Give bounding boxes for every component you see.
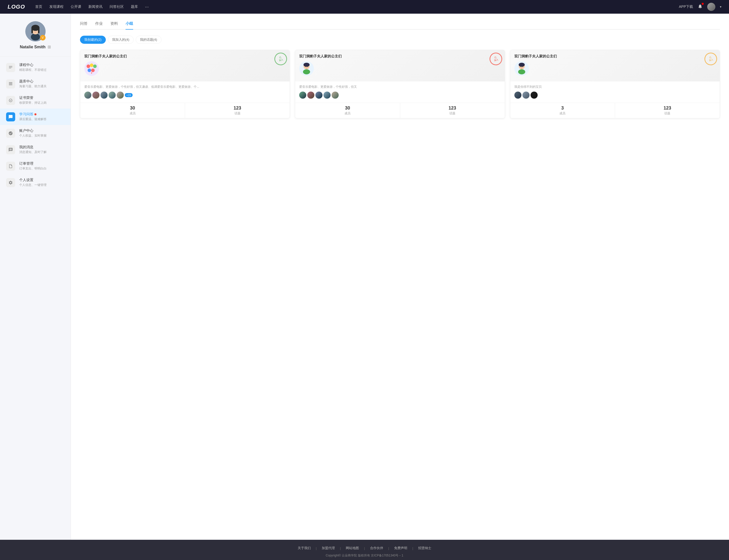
group-stats-2: 30 成员 123 话题 [295,103,505,118]
svg-text:♥: ♥ [91,72,92,74]
group-stat-members-2: 30 成员 [295,103,400,118]
nav-qa[interactable]: 问答社区 [110,5,124,9]
nav-home[interactable]: 首页 [35,5,42,9]
tab-materials[interactable]: 资料 [110,21,118,29]
group-avatar-svg-2 [299,61,314,76]
tab-homework[interactable]: 作业 [95,21,103,29]
study-qa-sub: 课后重温、疑难解答 [19,117,65,121]
svg-point-6 [34,30,34,31]
settings-icon [6,178,15,187]
user-avatar-nav[interactable] [707,3,715,11]
qa-notification-dot [34,113,36,115]
group-desc-2: 爱音乐爱电影、更爱旅游，个性好强，但又 [299,84,501,89]
account-title: 账户中心 [19,128,65,133]
tab-groups[interactable]: 小组 [125,21,133,29]
logo[interactable]: LOGO [8,4,25,10]
sub-tab-bar: 我创建的(2) 我加入的(4) 我的话题(4) [80,36,720,44]
footer-about[interactable]: 关于我们 [292,546,316,550]
group-avatar-3 [514,61,529,76]
settings-sub: 个人信息、一键管理 [19,183,65,187]
message-sub: 消息通知、及时了解 [19,150,65,154]
members-count-3: 3 [510,105,615,111]
nav-more[interactable]: ··· [145,4,149,10]
group-stat-topics-3: 123 话题 [615,103,720,118]
order-title: 订单管理 [19,161,65,166]
group-card-2-stamp: 已加入 [488,51,504,67]
group-card-3-title: 双门洞豹子夫人家的公主们 [514,54,716,59]
notification-bell[interactable] [698,4,703,10]
sub-tab-joined[interactable]: 我加入的(4) [108,36,134,44]
group-card-3-header: 双门洞豹子夫人家的公主们 已加入 [510,50,720,81]
message-icon [6,145,15,154]
sub-tab-topics[interactable]: 我的话题(4) [136,36,161,44]
nav-questions[interactable]: 题库 [131,5,138,9]
sidebar-item-course-center[interactable]: 课程中心 精彩课程、不容错过 [0,59,71,76]
sidebar-item-study-qa[interactable]: 学习问答 课后重温、疑难解答 [0,109,71,125]
sidebar-item-message[interactable]: 我的消息 消息通知、及时了解 [0,141,71,158]
app-download[interactable]: APP下载 [679,5,693,9]
group-stat-members-1: 30 成员 [80,103,185,118]
sidebar-item-certificate[interactable]: 证书荣誉 收获荣誉、持证上岗 [0,92,71,109]
order-icon [6,162,15,171]
qr-icon[interactable]: ⊞ [48,45,51,49]
group-members-3 [514,92,716,99]
footer-sitemap[interactable]: 网站地图 [341,546,364,550]
svg-point-27 [307,66,308,67]
footer-franchise[interactable]: 加盟代理 [317,546,340,550]
nav-open-course[interactable]: 公开课 [71,5,81,9]
footer-recruit[interactable]: 招贤纳士 [413,546,437,550]
groups-grid: 双门洞豹子夫人家的公主们 已加入 [80,50,720,118]
group-avatar-svg-1: ♥ [84,61,99,76]
group-avatar-svg-3 [514,61,529,76]
member-avatar [323,92,330,99]
sidebar-item-question-bank[interactable]: 题库中心 海量习题、助力通关 [0,76,71,92]
footer-free[interactable]: 免费声明 [389,546,412,550]
footer-links: 关于我们 | 加盟代理 | 网站地图 | 合作伙伴 | 免费声明 | 招贤纳士 [0,546,729,550]
order-text: 订单管理 订单支出、明明白白 [19,161,65,171]
question-bank-icon [6,79,15,89]
vip-icon: V [41,36,44,39]
topics-label-2: 话题 [449,112,455,115]
sub-tab-created[interactable]: 我创建的(2) [80,36,106,44]
topics-count-3: 123 [615,105,720,111]
members-count-1: 30 [80,105,185,111]
svg-rect-9 [9,67,12,67]
members-count-2: 30 [295,105,400,111]
course-center-icon [6,63,15,72]
member-avatar [92,92,99,99]
group-card-1-title: 双门洞豹子夫人家的公主们 [84,54,285,59]
account-chevron[interactable]: ▾ [720,5,721,9]
tab-bar: 问答 作业 资料 小组 [80,21,720,30]
group-avatar-1: ♥ [84,61,99,76]
question-bank-sub: 海量习题、助力通关 [19,84,65,89]
order-sub: 订单支出、明明白白 [19,166,65,171]
nav-news[interactable]: 新闻资讯 [88,5,102,9]
member-avatar [531,92,538,99]
sidebar-item-settings[interactable]: 个人设置 个人信息、一键管理 [0,174,71,191]
study-qa-icon [6,112,15,121]
tab-qa[interactable]: 问答 [80,21,88,29]
message-text: 我的消息 消息通知、及时了解 [19,145,65,154]
svg-point-16 [87,64,90,68]
member-avatar [514,92,522,99]
account-icon [6,129,15,138]
sidebar-item-order[interactable]: 订单管理 订单支出、明明白白 [0,158,71,174]
svg-point-25 [303,69,310,74]
group-card-2-body: 爱音乐爱电影、更爱旅游，个性好强，但又 [295,81,505,103]
settings-text: 个人设置 个人信息、一键管理 [19,178,65,187]
topics-count-1: 123 [185,105,289,111]
svg-point-7 [36,30,37,31]
group-stat-members-3: 3 成员 [510,103,615,118]
certificate-text: 证书荣誉 收获荣誉、持证上岗 [19,96,65,105]
svg-point-1 [31,33,40,40]
nav-discover[interactable]: 发现课程 [49,5,64,9]
footer-partners[interactable]: 合作伙伴 [365,546,388,550]
member-avatar [307,92,314,99]
profile-name-row: Natalie Smith ⊞ [5,45,66,49]
sidebar-item-account[interactable]: 账户中心 个人权益、实时掌握 [0,125,71,141]
svg-point-14 [9,99,12,102]
member-avatar [84,92,91,99]
course-center-sub: 精彩课程、不容错过 [19,68,65,72]
group-card-1-body: 爱音乐爱电影、更爱旅游，个性好强，但又谦虚、低调爱音乐爱电影、更爱旅游、个...… [80,81,289,103]
topics-label-1: 话题 [234,112,240,115]
